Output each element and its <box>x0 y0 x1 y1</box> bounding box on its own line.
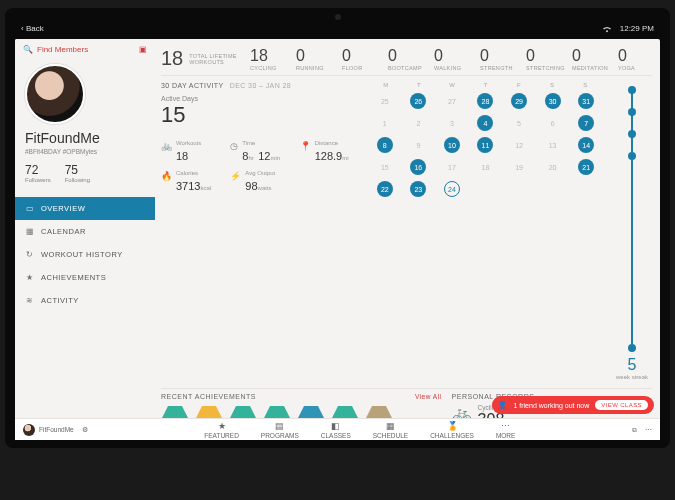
nav-activity[interactable]: ≋ACTIVITY <box>15 289 155 312</box>
calendar-day[interactable]: 19 <box>511 159 527 175</box>
tab-featured[interactable]: ★FEATURED <box>204 421 239 439</box>
calendar-day[interactable]: 30 <box>545 93 561 109</box>
view-class-button[interactable]: VIEW CLASS <box>595 400 648 410</box>
calendar-day[interactable]: 22 <box>377 181 393 197</box>
stat-yoga: 0YOGA <box>618 47 652 71</box>
calendar-day[interactable] <box>511 181 527 197</box>
trophy-icon: ★ <box>25 273 35 282</box>
calendar-day[interactable]: 15 <box>377 159 393 175</box>
nav-history[interactable]: ↻WORKOUT HISTORY <box>15 243 155 266</box>
calendar-day[interactable]: 6 <box>545 115 561 131</box>
tab-schedule[interactable]: ▦SCHEDULE <box>373 421 408 439</box>
calendar-day[interactable]: 20 <box>545 159 561 175</box>
tab-challenges[interactable]: 🏅CHALLENGES <box>430 421 474 439</box>
star-icon: ★ <box>218 421 226 431</box>
calendar-day[interactable]: 4 <box>477 115 493 131</box>
calendar-day[interactable] <box>578 181 594 197</box>
calendar-day[interactable]: 14 <box>578 137 594 153</box>
device-camera <box>335 14 341 20</box>
overview-icon: ▭ <box>25 204 35 213</box>
calendar-day[interactable]: 26 <box>410 93 426 109</box>
followers[interactable]: 72 Followers <box>25 163 51 183</box>
profile-block: FitFoundMe #BFit4BDAY #OPBMyles 72 Follo… <box>15 60 155 191</box>
calendar-day[interactable]: 3 <box>444 115 460 131</box>
calendar-day[interactable]: 5 <box>511 115 527 131</box>
cast-icon[interactable]: ⧉ <box>632 426 637 434</box>
footer-profile[interactable]: FitFoundMe <box>23 424 74 436</box>
lifetime-stats: 18 TOTAL LIFETIME WORKOUTS 18CYCLING 0RU… <box>161 45 652 76</box>
search-placeholder: Find Members <box>37 45 88 54</box>
calendar-day[interactable]: 8 <box>377 137 393 153</box>
calendar-day[interactable]: 12 <box>511 137 527 153</box>
avatar-small <box>23 424 35 436</box>
nav-overview[interactable]: ▭OVERVIEW <box>15 197 155 220</box>
calendar-icon: ▦ <box>25 227 35 236</box>
scan-icon[interactable]: ▣ <box>139 45 147 54</box>
calendar-day[interactable]: 21 <box>578 159 594 175</box>
calendar-day[interactable]: 16 <box>410 159 426 175</box>
bolt-icon: ⚡ <box>230 171 241 181</box>
metric-output: ⚡Avg Output98watts <box>230 170 291 194</box>
activity-icon: ≋ <box>25 296 35 305</box>
flame-icon: 🔥 <box>161 171 172 181</box>
calendar-day[interactable]: 29 <box>511 93 527 109</box>
metric-distance: 📍Distance128.9mi <box>300 140 361 164</box>
clock-text: 12:29 PM <box>620 24 654 33</box>
week-streak: 5 week streak <box>612 82 652 382</box>
menu-icon[interactable]: ⋯ <box>645 426 652 434</box>
calendar-day[interactable]: 25 <box>377 93 393 109</box>
username: FitFoundMe <box>25 130 100 146</box>
bike-icon: 🚲 <box>161 141 172 151</box>
calendar-day[interactable]: 23 <box>410 181 426 197</box>
stat-running: 0RUNNING <box>296 47 330 71</box>
calendar-day[interactable]: 28 <box>477 93 493 109</box>
calendar-day[interactable]: 10 <box>444 137 460 153</box>
avatar[interactable] <box>25 64 85 124</box>
calendar-day[interactable]: 9 <box>410 137 426 153</box>
pin-icon: 📍 <box>300 141 311 151</box>
classes-icon: ◧ <box>331 421 340 431</box>
calendar-day[interactable] <box>477 181 493 197</box>
nav-calendar[interactable]: ▦CALENDAR <box>15 220 155 243</box>
calendar-day[interactable] <box>545 181 561 197</box>
calendar-day[interactable]: 17 <box>444 159 460 175</box>
footer-bar: FitFoundMe ⚙ ★FEATURED ▤PROGRAMS ◧CLASSE… <box>15 418 660 440</box>
dow-label: W <box>436 82 469 88</box>
active-days: Active Days 15 <box>161 95 361 128</box>
calendar-day[interactable]: 13 <box>545 137 561 153</box>
tab-classes[interactable]: ◧CLASSES <box>321 421 351 439</box>
calendar-day[interactable]: 11 <box>477 137 493 153</box>
filter-icon[interactable]: ⚙ <box>82 426 88 434</box>
status-bar: ‹ Back 12:29 PM <box>15 22 660 39</box>
dow-label: S <box>535 82 568 88</box>
medal-icon: 🏅 <box>447 421 458 431</box>
stat-bootcamp: 0BOOTCAMP <box>388 47 422 71</box>
calendar-day[interactable]: 2 <box>410 115 426 131</box>
stat-strength: 0STRENGTH <box>480 47 514 71</box>
metric-calories: 🔥Calories3713kcal <box>161 170 222 194</box>
stat-cycling: 18CYCLING <box>250 47 284 71</box>
calendar-day[interactable]: 24 <box>444 181 460 197</box>
friend-banner[interactable]: 👤 1 friend working out now VIEW CLASS <box>492 396 654 414</box>
following[interactable]: 75 Following <box>65 163 90 183</box>
tab-more[interactable]: ⋯MORE <box>496 421 516 439</box>
tab-programs[interactable]: ▤PROGRAMS <box>261 421 299 439</box>
metric-workouts: 🚲Workouts18 <box>161 140 222 164</box>
dow-label: M <box>369 82 402 88</box>
dow-label: T <box>402 82 435 88</box>
hashtags: #BFit4BDAY #OPBMyles <box>25 148 97 155</box>
stat-stretching: 0STRETCHING <box>526 47 560 71</box>
calendar-day[interactable]: 31 <box>578 93 594 109</box>
calendar-day[interactable]: 7 <box>578 115 594 131</box>
nav-achievements[interactable]: ★ACHIEVEMENTS <box>15 266 155 289</box>
dow-label: T <box>469 82 502 88</box>
view-all-link[interactable]: View All <box>415 393 442 400</box>
calendar-day[interactable]: 27 <box>444 93 460 109</box>
sidebar: 🔍 Find Members ▣ FitFoundMe #BFit4BDAY #… <box>15 39 155 440</box>
back-button[interactable]: ‹ Back <box>21 24 44 33</box>
search-icon: 🔍 <box>23 45 33 54</box>
calendar-day[interactable]: 1 <box>377 115 393 131</box>
calendar-day[interactable]: 18 <box>477 159 493 175</box>
wifi-icon <box>602 25 612 33</box>
find-members[interactable]: 🔍 Find Members ▣ <box>15 39 155 60</box>
